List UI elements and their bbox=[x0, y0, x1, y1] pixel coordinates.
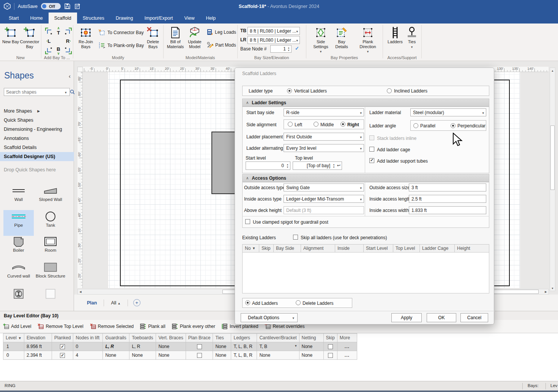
col-bay-side[interactable]: Bay Side bbox=[274, 244, 301, 252]
col-ladder-cage[interactable]: Ladder Cage bbox=[420, 244, 455, 252]
cell-ties[interactable]: None bbox=[213, 342, 231, 351]
leg-loads-button[interactable]: Leg Loads bbox=[207, 29, 236, 35]
tb-size-dropdown[interactable]: 8 ft | RL080 | Ledger ... bbox=[247, 27, 300, 35]
col-skip[interactable]: Skip bbox=[259, 244, 274, 252]
checkbox-icon[interactable] bbox=[197, 344, 202, 349]
bill-of-materials-button[interactable]: Bill of Materials bbox=[166, 26, 185, 49]
vertical-scroll-thumb[interactable] bbox=[550, 125, 555, 190]
radio-align-middle[interactable] bbox=[314, 122, 318, 127]
cell-more[interactable]: ... bbox=[337, 351, 357, 360]
stencil-sloped-wall[interactable]: Sloped Wall bbox=[35, 184, 66, 209]
stencil-category-scaffold-details[interactable]: Scaffold Details bbox=[0, 143, 74, 152]
checkbox-icon[interactable] bbox=[328, 353, 333, 358]
cell-vert-braces[interactable]: None bbox=[156, 351, 186, 360]
add-bay-right-button[interactable]: R› bbox=[64, 36, 73, 45]
add-page-button[interactable]: + bbox=[133, 299, 140, 306]
cell-elevation[interactable]: 2.394 ft bbox=[24, 351, 52, 360]
apply-check-icon[interactable]: ✓ bbox=[295, 45, 299, 51]
stencil-category-quick-shapes[interactable]: Quick Shapes bbox=[0, 116, 74, 125]
search-icon[interactable] bbox=[70, 89, 75, 94]
inside-access-type-dropdown[interactable]: Ledger-Ledger Mid-Transom bbox=[284, 195, 364, 203]
cell-skip[interactable] bbox=[323, 342, 337, 351]
table-row[interactable]: 0 2.394 ft ✓ 4 None None None None T, L,… bbox=[3, 351, 357, 360]
cell-planked[interactable]: ✓ bbox=[52, 342, 73, 351]
ladders-button[interactable]: Ladders bbox=[386, 26, 405, 44]
delete-bays-button[interactable]: Delete Bays bbox=[144, 26, 162, 49]
page-tab-plan[interactable]: Plan bbox=[85, 300, 98, 306]
cancel-button[interactable]: Cancel bbox=[460, 313, 488, 322]
collapse-panel-icon[interactable]: ‹ bbox=[69, 73, 71, 79]
stencil-category-annotations[interactable]: Annotations bbox=[0, 134, 74, 143]
new-bay-button[interactable]: New Bay bbox=[2, 26, 19, 44]
col-planked[interactable]: Planked bbox=[52, 334, 73, 342]
cell-toeboards[interactable]: None bbox=[129, 351, 156, 360]
inside-access-length-input[interactable]: 2.5 ft bbox=[409, 195, 486, 203]
spinner-arrows-icon[interactable]: ▲▼ bbox=[287, 45, 291, 52]
col-plan-brace[interactable]: Plan Brace bbox=[186, 334, 213, 342]
vertical-scrollbar[interactable]: ▲ ▼ bbox=[550, 67, 555, 291]
ladder-material-dropdown[interactable]: Steel (modular) bbox=[410, 108, 486, 116]
col-level[interactable]: Level▼ bbox=[3, 334, 24, 342]
ladder-settings-section-header[interactable]: ∧ Ladder Settings bbox=[242, 99, 489, 107]
col-guardrails[interactable]: Guardrails bbox=[103, 334, 129, 342]
rejoin-bays-button[interactable]: Re-Join Bays bbox=[76, 26, 96, 49]
tab-import-export[interactable]: Import/Export bbox=[139, 13, 179, 24]
autosave-toggle[interactable]: Off bbox=[41, 3, 61, 9]
col-skip[interactable]: Skip bbox=[323, 334, 337, 342]
cell-skip[interactable] bbox=[323, 351, 337, 360]
col-ledgers[interactable]: Ledgers bbox=[231, 334, 257, 342]
add-bay-bottom-right-button[interactable] bbox=[64, 46, 73, 55]
cell-netting[interactable]: None bbox=[299, 342, 323, 351]
cell-guardrails[interactable]: None bbox=[103, 351, 129, 360]
stencil-boiler[interactable]: Boiler bbox=[3, 235, 34, 259]
stencil-blank[interactable] bbox=[35, 287, 66, 312]
col-netting[interactable]: Netting bbox=[299, 334, 323, 342]
bay-details-button[interactable]: Bay Details bbox=[332, 26, 352, 49]
tab-home[interactable]: Home bbox=[24, 13, 48, 24]
stencil-curved-wall[interactable]: Curved wall bbox=[3, 261, 34, 285]
to-connector-bay-button[interactable]: To Connector Bay bbox=[98, 29, 143, 36]
checkbox-checked-icon[interactable]: ✓ bbox=[60, 344, 65, 349]
spinner-arrows-icon[interactable]: ▲▼ bbox=[332, 162, 336, 169]
col-alignment[interactable]: Alignment bbox=[301, 244, 335, 252]
add-ladder-cage-checkbox[interactable] bbox=[369, 147, 374, 152]
col-no[interactable]: No▼ bbox=[242, 244, 259, 252]
export-document-icon[interactable] bbox=[74, 3, 81, 9]
outside-access-type-dropdown[interactable]: Swing Gate bbox=[284, 183, 364, 191]
col-height[interactable]: Height bbox=[455, 244, 489, 252]
radio-vertical-ladders[interactable] bbox=[287, 88, 292, 93]
cell-cantilever[interactable]: None bbox=[257, 351, 299, 360]
cell-netting[interactable]: None bbox=[299, 351, 323, 360]
existing-ladders-table-body[interactable] bbox=[242, 252, 489, 293]
side-settings-button[interactable]: Side Settings bbox=[311, 26, 331, 54]
radio-align-left[interactable] bbox=[288, 122, 293, 127]
cell-ties[interactable]: None bbox=[213, 351, 231, 360]
scroll-up-icon[interactable]: ▲ bbox=[550, 68, 555, 73]
remove-top-level-button[interactable]: Remove Top Level bbox=[38, 323, 83, 329]
cell-ledgers[interactable]: T, L, B, R bbox=[231, 351, 257, 360]
radio-perpendicular[interactable] bbox=[451, 123, 456, 128]
tab-drawing[interactable]: Drawing bbox=[110, 13, 139, 24]
start-level-input[interactable]: 0 ▲▼ bbox=[246, 162, 290, 170]
add-level-button[interactable]: Add Level bbox=[3, 323, 31, 329]
col-cantilever-bracket[interactable]: Cantilever/Bracket bbox=[257, 334, 299, 342]
ladder-alternating-dropdown[interactable]: Every 3rd level bbox=[284, 144, 364, 152]
add-bay-bottom-button[interactable]: B∨ bbox=[54, 46, 63, 55]
radio-add-ladders[interactable] bbox=[245, 300, 250, 305]
save-icon[interactable] bbox=[64, 3, 71, 9]
use-clamped-spigot-checkbox[interactable] bbox=[245, 219, 250, 224]
stencil-ibeam[interactable] bbox=[3, 287, 34, 312]
add-bay-left-button[interactable]: ‹L bbox=[44, 36, 53, 45]
chevron-down-icon[interactable]: ▾ bbox=[295, 344, 297, 348]
add-bay-bottom-left-button[interactable] bbox=[44, 46, 53, 55]
shape-search-input[interactable] bbox=[4, 89, 65, 95]
stencil-block-structure[interactable]: Block Structure bbox=[35, 261, 66, 285]
cell-vert-braces[interactable]: None bbox=[156, 342, 186, 351]
col-inside[interactable]: Inside bbox=[335, 244, 364, 252]
tab-scaffold[interactable]: Scaffold bbox=[49, 13, 77, 24]
stencil-tank[interactable]: Tank bbox=[35, 210, 66, 234]
col-start-level[interactable]: Start Level bbox=[364, 244, 393, 252]
cell-nodes[interactable]: 4 bbox=[73, 351, 103, 360]
col-more[interactable]: More bbox=[337, 334, 357, 342]
ladder-placement-dropdown[interactable]: First Outside bbox=[284, 133, 364, 141]
